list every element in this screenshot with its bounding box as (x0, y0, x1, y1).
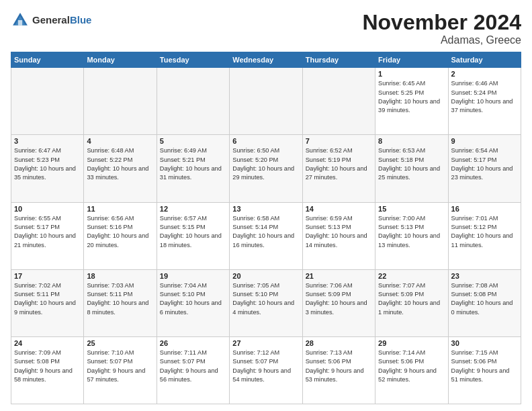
calendar-cell: 19Sunrise: 7:04 AMSunset: 5:10 PMDayligh… (157, 269, 229, 336)
day-info: Sunrise: 7:11 AMSunset: 5:07 PMDaylight:… (160, 349, 226, 384)
calendar-cell: 1Sunrise: 6:45 AMSunset: 5:25 PMDaylight… (375, 68, 448, 135)
day-number: 17 (14, 272, 81, 280)
calendar-cell: 12Sunrise: 6:57 AMSunset: 5:15 PMDayligh… (157, 202, 229, 269)
day-number: 12 (160, 205, 226, 213)
header-wednesday: Wednesday (230, 52, 302, 68)
day-number: 23 (451, 272, 518, 280)
calendar-cell: 6Sunrise: 6:50 AMSunset: 5:20 PMDaylight… (230, 135, 302, 202)
calendar-cell: 8Sunrise: 6:53 AMSunset: 5:18 PMDaylight… (375, 135, 448, 202)
calendar-cell: 15Sunrise: 7:00 AMSunset: 5:13 PMDayligh… (375, 202, 448, 269)
day-info: Sunrise: 7:02 AMSunset: 5:11 PMDaylight:… (14, 281, 81, 317)
day-info: Sunrise: 6:49 AMSunset: 5:21 PMDaylight:… (160, 146, 226, 182)
day-info: Sunrise: 7:08 AMSunset: 5:08 PMDaylight:… (451, 281, 518, 317)
day-info: Sunrise: 7:00 AMSunset: 5:13 PMDaylight:… (378, 214, 445, 250)
day-number: 4 (87, 137, 153, 145)
header: GeneralBlue November 2024 Adamas, Greece (11, 11, 521, 46)
day-number: 22 (378, 272, 445, 280)
calendar-cell: 16Sunrise: 7:01 AMSunset: 5:12 PMDayligh… (448, 202, 521, 269)
day-info: Sunrise: 7:14 AMSunset: 5:06 PMDaylight:… (378, 349, 445, 384)
month-title: November 2024 (362, 11, 521, 34)
calendar-cell: 3Sunrise: 6:47 AMSunset: 5:23 PMDaylight… (11, 135, 84, 202)
calendar-week-3: 10Sunrise: 6:55 AMSunset: 5:17 PMDayligh… (11, 202, 521, 269)
calendar-cell: 2Sunrise: 6:46 AMSunset: 5:24 PMDaylight… (448, 68, 521, 135)
day-number: 26 (160, 339, 226, 347)
day-info: Sunrise: 6:54 AMSunset: 5:17 PMDaylight:… (451, 146, 518, 182)
logo-icon (11, 11, 30, 30)
day-number: 8 (378, 137, 445, 145)
day-number: 2 (451, 70, 518, 78)
svg-rect-2 (18, 20, 22, 26)
calendar-cell (84, 68, 157, 135)
day-info: Sunrise: 7:13 AMSunset: 5:06 PMDaylight:… (306, 349, 372, 384)
day-number: 21 (306, 272, 372, 280)
calendar-cell: 13Sunrise: 6:58 AMSunset: 5:14 PMDayligh… (230, 202, 302, 269)
day-number: 27 (232, 339, 299, 347)
day-info: Sunrise: 6:45 AMSunset: 5:25 PMDaylight:… (378, 79, 445, 115)
title-block: November 2024 Adamas, Greece (362, 11, 521, 46)
day-number: 6 (232, 137, 299, 145)
calendar-cell: 28Sunrise: 7:13 AMSunset: 5:06 PMDayligh… (302, 336, 375, 404)
day-number: 10 (14, 205, 81, 213)
calendar-cell: 4Sunrise: 6:48 AMSunset: 5:22 PMDaylight… (84, 135, 157, 202)
calendar-cell: 21Sunrise: 7:06 AMSunset: 5:09 PMDayligh… (302, 269, 375, 336)
header-saturday: Saturday (448, 52, 521, 68)
calendar-cell (11, 68, 84, 135)
day-number: 3 (14, 137, 81, 145)
day-number: 20 (232, 272, 299, 280)
header-friday: Friday (375, 52, 448, 68)
location-title: Adamas, Greece (362, 34, 521, 46)
day-number: 18 (87, 272, 153, 280)
day-number: 13 (232, 205, 299, 213)
day-info: Sunrise: 6:58 AMSunset: 5:14 PMDaylight:… (232, 214, 299, 250)
calendar-cell: 10Sunrise: 6:55 AMSunset: 5:17 PMDayligh… (11, 202, 84, 269)
calendar-cell: 27Sunrise: 7:12 AMSunset: 5:07 PMDayligh… (230, 336, 302, 404)
day-info: Sunrise: 7:09 AMSunset: 5:08 PMDaylight:… (14, 349, 81, 384)
calendar-table: Sunday Monday Tuesday Wednesday Thursday… (11, 52, 521, 404)
day-number: 24 (14, 339, 81, 347)
header-sunday: Sunday (11, 52, 84, 68)
day-info: Sunrise: 7:01 AMSunset: 5:12 PMDaylight:… (451, 214, 518, 250)
day-info: Sunrise: 6:57 AMSunset: 5:15 PMDaylight:… (160, 214, 226, 250)
header-thursday: Thursday (302, 52, 375, 68)
day-number: 28 (306, 339, 372, 347)
day-info: Sunrise: 7:15 AMSunset: 5:06 PMDaylight:… (451, 349, 518, 384)
calendar-cell: 17Sunrise: 7:02 AMSunset: 5:11 PMDayligh… (11, 269, 84, 336)
day-info: Sunrise: 7:10 AMSunset: 5:07 PMDaylight:… (87, 349, 153, 384)
calendar-cell: 9Sunrise: 6:54 AMSunset: 5:17 PMDaylight… (448, 135, 521, 202)
day-info: Sunrise: 7:12 AMSunset: 5:07 PMDaylight:… (232, 349, 299, 384)
day-info: Sunrise: 7:05 AMSunset: 5:10 PMDaylight:… (232, 281, 299, 317)
day-info: Sunrise: 7:03 AMSunset: 5:11 PMDaylight:… (87, 281, 153, 317)
calendar-cell: 7Sunrise: 6:52 AMSunset: 5:19 PMDaylight… (302, 135, 375, 202)
calendar-cell: 14Sunrise: 6:59 AMSunset: 5:13 PMDayligh… (302, 202, 375, 269)
calendar-cell: 30Sunrise: 7:15 AMSunset: 5:06 PMDayligh… (448, 336, 521, 404)
calendar-cell: 24Sunrise: 7:09 AMSunset: 5:08 PMDayligh… (11, 336, 84, 404)
day-number: 14 (306, 205, 372, 213)
calendar-week-2: 3Sunrise: 6:47 AMSunset: 5:23 PMDaylight… (11, 135, 521, 202)
day-number: 11 (87, 205, 153, 213)
day-info: Sunrise: 7:07 AMSunset: 5:09 PMDaylight:… (378, 281, 445, 317)
day-info: Sunrise: 6:56 AMSunset: 5:16 PMDaylight:… (87, 214, 153, 250)
day-info: Sunrise: 7:04 AMSunset: 5:10 PMDaylight:… (160, 281, 226, 317)
calendar-cell: 25Sunrise: 7:10 AMSunset: 5:07 PMDayligh… (84, 336, 157, 404)
calendar-header-row: Sunday Monday Tuesday Wednesday Thursday… (11, 52, 521, 68)
calendar-cell: 18Sunrise: 7:03 AMSunset: 5:11 PMDayligh… (84, 269, 157, 336)
day-number: 16 (451, 205, 518, 213)
calendar-cell: 26Sunrise: 7:11 AMSunset: 5:07 PMDayligh… (157, 336, 229, 404)
day-number: 1 (378, 70, 445, 78)
day-number: 9 (451, 137, 518, 145)
day-info: Sunrise: 6:55 AMSunset: 5:17 PMDaylight:… (14, 214, 81, 250)
calendar-cell: 29Sunrise: 7:14 AMSunset: 5:06 PMDayligh… (375, 336, 448, 404)
day-info: Sunrise: 6:47 AMSunset: 5:23 PMDaylight:… (14, 146, 81, 182)
calendar-cell: 23Sunrise: 7:08 AMSunset: 5:08 PMDayligh… (448, 269, 521, 336)
calendar-week-4: 17Sunrise: 7:02 AMSunset: 5:11 PMDayligh… (11, 269, 521, 336)
day-number: 30 (451, 339, 518, 347)
calendar-week-1: 1Sunrise: 6:45 AMSunset: 5:25 PMDaylight… (11, 68, 521, 135)
logo: GeneralBlue (11, 11, 91, 30)
day-number: 25 (87, 339, 153, 347)
header-monday: Monday (84, 52, 157, 68)
day-info: Sunrise: 6:46 AMSunset: 5:24 PMDaylight:… (451, 79, 518, 115)
day-info: Sunrise: 6:48 AMSunset: 5:22 PMDaylight:… (87, 146, 153, 182)
day-info: Sunrise: 6:53 AMSunset: 5:18 PMDaylight:… (378, 146, 445, 182)
page: GeneralBlue November 2024 Adamas, Greece… (0, 0, 532, 411)
calendar-cell (302, 68, 375, 135)
